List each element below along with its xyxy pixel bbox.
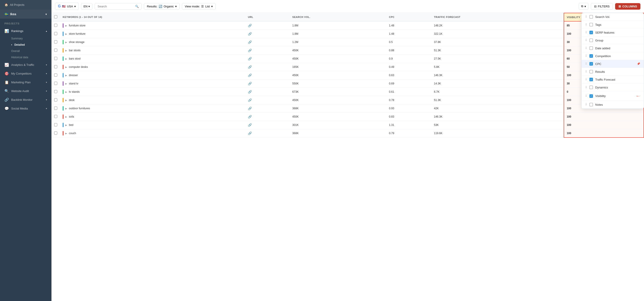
sidebar-sub-summary[interactable]: Summary bbox=[0, 35, 52, 42]
url-link-icon[interactable]: 🔗 bbox=[248, 123, 252, 127]
column-item-dynamics[interactable]: ⠿ Dynamics bbox=[582, 84, 644, 91]
column-item-tags[interactable]: ⠿ Tags bbox=[582, 21, 644, 29]
expand-icon[interactable]: ▶ bbox=[65, 49, 67, 52]
expand-icon[interactable]: ▶ bbox=[65, 107, 67, 110]
drag-handle-tags[interactable]: ⠿ bbox=[585, 23, 587, 26]
column-item-cpc[interactable]: ⠿ ✓ CPC 📌 bbox=[582, 60, 644, 68]
drag-handle-date-added[interactable]: ⠿ bbox=[585, 47, 587, 50]
column-checkbox-traffic-forecast[interactable]: ✓ bbox=[590, 78, 593, 81]
url-link-icon[interactable]: 🔗 bbox=[248, 40, 252, 44]
drag-handle-serp-features[interactable]: ⠿ bbox=[585, 31, 587, 34]
row-checkbox-cell[interactable] bbox=[52, 63, 60, 71]
url-link-icon[interactable]: 🔗 bbox=[248, 107, 252, 110]
row-checkbox-cell[interactable] bbox=[52, 80, 60, 88]
row-checkbox-cell[interactable] bbox=[52, 96, 60, 104]
project-selector[interactable]: 🇸🇪 Ikea ▾ bbox=[0, 10, 52, 19]
row-checkbox[interactable] bbox=[54, 131, 57, 135]
column-checkbox-search-vol[interactable] bbox=[590, 15, 593, 19]
row-checkbox-cell[interactable] bbox=[52, 21, 60, 30]
row-checkbox[interactable] bbox=[54, 98, 57, 101]
search-input[interactable] bbox=[98, 5, 135, 8]
column-checkbox-group[interactable] bbox=[590, 39, 593, 42]
copy-button[interactable]: ⧉ ▾ bbox=[579, 3, 588, 10]
th-cpc[interactable]: CPC bbox=[386, 13, 431, 21]
column-checkbox-cpc[interactable]: ✓ bbox=[590, 62, 593, 66]
sidebar-item-audit[interactable]: 🔍 Website Audit ▾ bbox=[0, 87, 52, 95]
sidebar-sub-overall[interactable]: Overall bbox=[0, 48, 52, 54]
column-checkbox-visibility[interactable]: ✓ bbox=[590, 94, 593, 98]
row-checkbox[interactable] bbox=[54, 107, 57, 110]
sidebar-item-backlink[interactable]: 🔗 Backlink Monitor ▾ bbox=[0, 95, 52, 104]
drag-handle-notes[interactable]: ⠿ bbox=[585, 103, 587, 106]
row-checkbox-cell[interactable] bbox=[52, 38, 60, 46]
expand-icon[interactable]: ▶ bbox=[65, 82, 67, 85]
th-select-all[interactable] bbox=[52, 13, 60, 21]
column-item-competition[interactable]: ⠿ ✓ Competition bbox=[582, 52, 644, 60]
row-checkbox[interactable] bbox=[54, 115, 57, 118]
th-keywords[interactable]: KEYWORDS (1 - 14 OUT OF 14) bbox=[60, 13, 245, 21]
row-checkbox-cell[interactable] bbox=[52, 46, 60, 55]
row-checkbox[interactable] bbox=[54, 90, 57, 93]
url-link-icon[interactable]: 🔗 bbox=[248, 32, 252, 36]
url-link-icon[interactable]: 🔗 bbox=[248, 82, 252, 85]
column-item-results[interactable]: ⠿ Results bbox=[582, 68, 644, 76]
column-item-search-vol[interactable]: ⠿ Search Vol. bbox=[582, 13, 644, 21]
th-url[interactable]: URL bbox=[245, 13, 290, 21]
expand-icon[interactable]: ▶ bbox=[65, 66, 67, 68]
column-item-group[interactable]: ⠿ Group bbox=[582, 37, 644, 44]
country-selector[interactable]: G 🇺🇸 USA ▾ bbox=[55, 3, 79, 10]
drag-handle-dynamics[interactable]: ⠿ bbox=[585, 86, 587, 89]
expand-icon[interactable]: ▶ bbox=[65, 124, 67, 126]
url-link-icon[interactable]: 🔗 bbox=[248, 131, 252, 135]
url-link-icon[interactable]: 🔗 bbox=[248, 98, 252, 102]
row-checkbox[interactable] bbox=[54, 24, 57, 27]
results-selector[interactable]: Results: 🔄 Organic ▾ bbox=[144, 3, 180, 10]
view-selector[interactable]: View mode: ☰ List ▾ bbox=[182, 3, 216, 10]
expand-icon[interactable]: ▶ bbox=[65, 132, 67, 135]
drag-handle-cpc[interactable]: ⠿ bbox=[585, 62, 587, 65]
column-item-notes[interactable]: ⠿ Notes bbox=[582, 101, 644, 109]
expand-icon[interactable]: ▶ bbox=[65, 41, 67, 44]
sidebar-item-rankings[interactable]: 📊 Rankings ▴ bbox=[0, 27, 52, 35]
row-checkbox[interactable] bbox=[54, 32, 57, 35]
column-checkbox-competition[interactable]: ✓ bbox=[590, 54, 593, 58]
url-link-icon[interactable]: 🔗 bbox=[248, 57, 252, 61]
row-checkbox[interactable] bbox=[54, 57, 57, 60]
row-checkbox[interactable] bbox=[54, 65, 57, 68]
column-checkbox-dynamics[interactable] bbox=[590, 86, 593, 89]
pin-icon-cpc[interactable]: 📌 bbox=[637, 62, 640, 65]
row-checkbox-cell[interactable] bbox=[52, 113, 60, 121]
row-checkbox[interactable] bbox=[54, 82, 57, 85]
row-checkbox-cell[interactable] bbox=[52, 129, 60, 138]
expand-icon[interactable]: ▶ bbox=[65, 91, 67, 93]
column-checkbox-results[interactable] bbox=[590, 70, 593, 74]
sidebar-item-analytics[interactable]: 📈 Analytics & Traffic ▾ bbox=[0, 61, 52, 69]
drag-handle-search-vol[interactable]: ⠿ bbox=[585, 15, 587, 18]
row-checkbox-cell[interactable] bbox=[52, 121, 60, 129]
filters-button[interactable]: ⊟ FILTERS bbox=[591, 3, 613, 10]
expand-icon[interactable]: ▶ bbox=[65, 99, 67, 101]
th-traffic-forecast[interactable]: TRAFFIC FORECAST bbox=[431, 13, 564, 21]
column-item-visibility[interactable]: ⠿ ✓ Visibility ← bbox=[582, 91, 644, 101]
row-checkbox[interactable] bbox=[54, 49, 57, 52]
sidebar-item-social[interactable]: 💬 Social Media ▾ bbox=[0, 104, 52, 113]
url-link-icon[interactable]: 🔗 bbox=[248, 115, 252, 119]
row-checkbox-cell[interactable] bbox=[52, 30, 60, 38]
expand-icon[interactable]: ▶ bbox=[65, 25, 67, 27]
drag-handle-group[interactable]: ⠿ bbox=[585, 39, 587, 42]
sidebar-item-competitors[interactable]: 🎯 My Competitors ▾ bbox=[0, 69, 52, 78]
url-link-icon[interactable]: 🔗 bbox=[248, 65, 252, 69]
url-link-icon[interactable]: 🔗 bbox=[248, 74, 252, 77]
row-checkbox-cell[interactable] bbox=[52, 71, 60, 80]
search-box[interactable]: 🔍 bbox=[95, 3, 142, 10]
sidebar-item-marketing[interactable]: 📋 Marketing Plan ▾ bbox=[0, 78, 52, 87]
column-checkbox-date-added[interactable] bbox=[590, 46, 593, 50]
select-all-checkbox[interactable] bbox=[54, 15, 57, 18]
column-item-traffic-forecast[interactable]: ⠿ ✓ Traffic Forecast bbox=[582, 76, 644, 84]
url-link-icon[interactable]: 🔗 bbox=[248, 90, 252, 94]
drag-handle-results[interactable]: ⠿ bbox=[585, 70, 587, 73]
expand-icon[interactable]: ▶ bbox=[65, 74, 67, 77]
drag-handle-visibility[interactable]: ⠿ bbox=[585, 95, 587, 98]
column-checkbox-notes[interactable] bbox=[590, 103, 593, 106]
row-checkbox-cell[interactable] bbox=[52, 88, 60, 96]
